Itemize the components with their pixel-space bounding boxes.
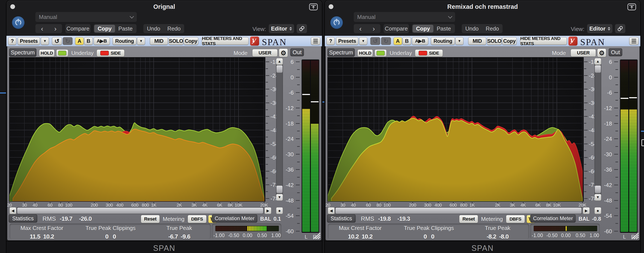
undo-history-button[interactable]: ↺: [370, 37, 380, 45]
scroll-right-button[interactable]: ▶: [583, 207, 590, 214]
compare-button[interactable]: Compare: [65, 24, 90, 33]
paste-button[interactable]: Paste: [115, 25, 136, 33]
hold-button[interactable]: HOLD: [358, 50, 373, 57]
routing-button[interactable]: Routing: [112, 37, 136, 45]
hide-meters-button[interactable]: HIDE METERS AND STATS: [520, 37, 567, 45]
vertical-scrollbar-thumb[interactable]: [595, 65, 601, 73]
redo-button[interactable]: Redo: [164, 24, 184, 33]
tab-correlation-meter[interactable]: Correlation Meter: [212, 214, 258, 223]
scroll-up-button[interactable]: ▲: [276, 58, 283, 65]
presets-button[interactable]: Presets: [336, 37, 358, 45]
presets-menu-arrow-button[interactable]: ▼: [41, 37, 49, 45]
solo-button[interactable]: SOLO: [487, 37, 502, 45]
mode-user-button[interactable]: USER: [570, 49, 596, 57]
view-select[interactable]: Editor: [587, 24, 612, 33]
solo-button[interactable]: SOLO: [169, 37, 183, 45]
routing-menu-arrow-button[interactable]: ▼: [455, 37, 464, 45]
copy-button[interactable]: Copy: [412, 25, 434, 33]
tab-statistics[interactable]: Statistics: [327, 214, 356, 223]
a-to-b-copy-button[interactable]: A▶B: [412, 37, 428, 45]
scroll-left-button[interactable]: ◀: [328, 207, 335, 214]
tab-spectrum[interactable]: Spectrum: [9, 48, 36, 57]
help-button[interactable]: ?: [326, 37, 335, 45]
scroll-up-button[interactable]: ▲: [594, 58, 601, 65]
help-button[interactable]: ?: [8, 37, 16, 45]
mid-button[interactable]: MID: [468, 37, 486, 45]
undo-button[interactable]: Undo: [462, 24, 482, 33]
tab-correlation-meter[interactable]: Correlation Meter: [530, 214, 576, 223]
scroll-down-button[interactable]: ▼: [594, 194, 601, 201]
a-to-b-copy-button[interactable]: A▶B: [94, 37, 110, 45]
redo-history-button[interactable]: ↻: [63, 37, 72, 45]
reset-button[interactable]: Reset: [141, 215, 160, 223]
mid-button[interactable]: MID: [150, 37, 168, 45]
zoom-diamond-button-v[interactable]: ◆: [594, 207, 601, 214]
gear-icon: ⚙: [280, 49, 286, 57]
scroll-left-button[interactable]: ◀: [10, 207, 16, 214]
power-button[interactable]: [12, 16, 24, 29]
correlation-segment: [276, 226, 277, 231]
hide-meters-button[interactable]: HIDE METERS AND STATS: [202, 37, 248, 45]
ab-slot-a-button[interactable]: A: [394, 37, 402, 45]
side-underlay-button[interactable]: SIDE: [415, 50, 443, 57]
horizontal-scrollbar-thumb[interactable]: [336, 208, 582, 214]
ab-slot-b-button[interactable]: B: [402, 37, 411, 45]
routing-menu-arrow-button[interactable]: ▼: [137, 37, 145, 45]
compare-button[interactable]: Compare: [384, 24, 409, 33]
tab-spectrum[interactable]: Spectrum: [327, 48, 355, 57]
history-forward-button[interactable]: ›: [367, 24, 380, 33]
resize-grip[interactable]: [630, 232, 639, 240]
presets-menu-arrow-button[interactable]: ▼: [359, 37, 367, 45]
zoom-diamond-button-v[interactable]: ◆: [276, 207, 283, 214]
db-tick: [266, 82, 268, 83]
routing-button[interactable]: Routing: [431, 37, 455, 45]
redo-history-button[interactable]: ↻: [381, 37, 391, 45]
copy-button[interactable]: Copy: [94, 25, 115, 33]
hamburger-menu-button[interactable]: [629, 37, 639, 45]
undo-button[interactable]: Undo: [144, 24, 164, 33]
history-back-button[interactable]: ‹: [36, 24, 49, 33]
tab-statistics[interactable]: Statistics: [8, 214, 37, 223]
horizontal-scrollbar-thumb[interactable]: [17, 208, 263, 214]
preset-select[interactable]: Manual: [354, 12, 455, 22]
link-button[interactable]: [297, 24, 307, 33]
mode-settings-button[interactable]: ⚙: [279, 49, 288, 57]
vertical-scrollbar-thumb-end[interactable]: [595, 186, 601, 193]
undo-history-button[interactable]: ↺: [52, 37, 62, 45]
history-forward-button[interactable]: ›: [49, 24, 62, 33]
ab-slot-a-button[interactable]: A: [75, 37, 84, 45]
dbfs-button[interactable]: DBFS: [506, 215, 525, 223]
mode-settings-button[interactable]: ⚙: [597, 49, 606, 57]
tab-out[interactable]: Out: [608, 48, 622, 56]
hold-button[interactable]: HOLD: [39, 50, 54, 57]
correlation-segment: [576, 226, 577, 231]
scroll-down-button[interactable]: ▼: [276, 194, 283, 201]
group-copy-button[interactable]: Copy: [502, 37, 517, 45]
underlay-color-button[interactable]: [56, 50, 68, 57]
dbfs-button[interactable]: DBFS: [188, 215, 206, 223]
tab-out[interactable]: Out: [290, 48, 304, 56]
side-underlay-button[interactable]: SIDE: [96, 50, 124, 57]
vertical-scrollbar-thumb-end[interactable]: [276, 186, 282, 193]
view-select[interactable]: Editor: [269, 24, 294, 33]
out-db-label: -36: [599, 166, 612, 173]
redo-button[interactable]: Redo: [482, 24, 502, 33]
underlay-color-button[interactable]: [374, 50, 386, 57]
presets-button[interactable]: Presets: [18, 37, 40, 45]
group-copy-button[interactable]: Copy: [184, 37, 198, 45]
power-button[interactable]: [330, 16, 343, 29]
resize-grip[interactable]: [312, 232, 321, 240]
hamburger-menu-button[interactable]: [311, 37, 320, 45]
preset-select[interactable]: Manual: [36, 12, 137, 22]
link-button[interactable]: [615, 24, 625, 33]
reset-button[interactable]: Reset: [459, 215, 478, 223]
ab-slot-b-button[interactable]: B: [84, 37, 93, 45]
window-expand-icon[interactable]: [309, 4, 318, 10]
history-back-button[interactable]: ‹: [354, 24, 367, 33]
vertical-scrollbar-thumb[interactable]: [276, 65, 282, 73]
paste-button[interactable]: Paste: [434, 25, 454, 33]
mode-user-button[interactable]: USER: [252, 49, 278, 57]
scroll-right-button[interactable]: ▶: [264, 207, 271, 214]
out-db-label: -30: [599, 151, 612, 158]
window-expand-icon[interactable]: [628, 4, 636, 10]
